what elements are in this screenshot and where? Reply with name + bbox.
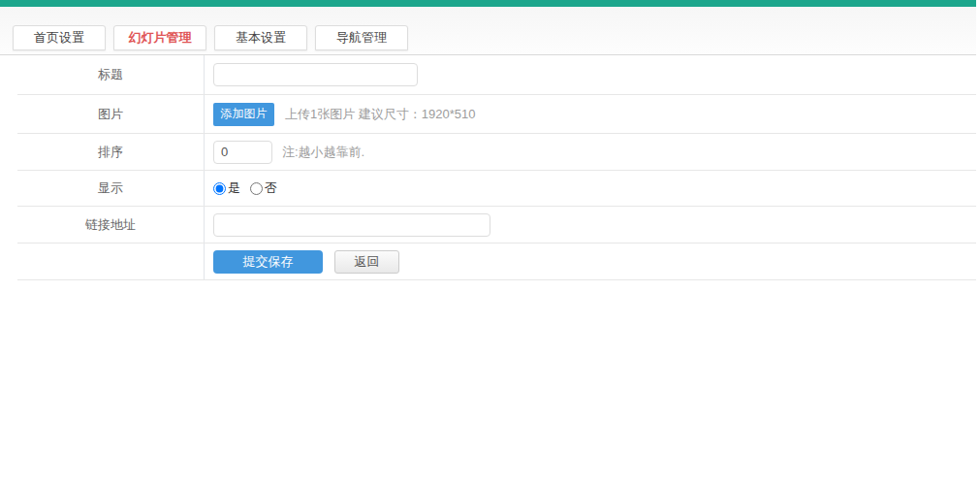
tab-home-settings[interactable]: 首页设置 <box>13 25 106 50</box>
form-row-image: 图片 添加图片 上传1张图片 建议尺寸：1920*510 <box>17 95 976 134</box>
tab-label: 首页设置 <box>34 29 84 47</box>
display-radio-group: 是 否 <box>213 179 287 197</box>
form-row-display: 显示 是 否 <box>17 171 976 207</box>
tab-navigation-management[interactable]: 导航管理 <box>315 25 408 50</box>
form-row-actions: 提交保存 返回 <box>17 244 976 280</box>
add-image-button[interactable]: 添加图片 <box>213 103 274 126</box>
form-row-sort: 排序 注:越小越靠前. <box>17 134 976 171</box>
tab-label: 导航管理 <box>336 29 387 47</box>
form-row-title: 标题 <box>17 55 976 95</box>
radio-label: 否 <box>265 179 277 197</box>
link-input[interactable] <box>213 213 490 237</box>
slide-edit-form: 标题 图片 添加图片 上传1张图片 建议尺寸：1920*510 排序 注:越小越… <box>17 55 976 280</box>
top-accent-bar <box>0 0 976 7</box>
tab-label: 幻灯片管理 <box>129 29 192 47</box>
link-label: 链接地址 <box>17 207 205 243</box>
tab-label: 基本设置 <box>236 29 286 47</box>
title-label: 标题 <box>17 55 205 94</box>
title-input[interactable] <box>213 63 418 86</box>
display-radio-yes[interactable] <box>213 182 226 195</box>
image-hint: 上传1张图片 建议尺寸：1920*510 <box>285 106 476 123</box>
display-option-no[interactable]: 否 <box>250 179 277 197</box>
display-radio-no[interactable] <box>250 182 263 195</box>
display-label: 显示 <box>17 171 205 206</box>
tab-bar: 首页设置 幻灯片管理 基本设置 导航管理 <box>0 7 976 55</box>
submit-save-button[interactable]: 提交保存 <box>213 250 323 274</box>
tab-basic-settings[interactable]: 基本设置 <box>214 25 307 50</box>
radio-label: 是 <box>228 179 240 197</box>
sort-label: 排序 <box>17 134 205 170</box>
display-option-yes[interactable]: 是 <box>213 179 240 197</box>
actions-label-spacer <box>17 244 205 279</box>
back-button[interactable]: 返回 <box>334 250 399 274</box>
page: 首页设置 幻灯片管理 基本设置 导航管理 标题 图片 添加图片 上传1张图片 建… <box>0 0 976 280</box>
form-row-link: 链接地址 <box>17 207 976 244</box>
tab-slideshow-management[interactable]: 幻灯片管理 <box>113 25 206 50</box>
image-label: 图片 <box>17 95 205 133</box>
sort-hint: 注:越小越靠前. <box>282 144 364 161</box>
sort-input[interactable] <box>213 141 272 164</box>
